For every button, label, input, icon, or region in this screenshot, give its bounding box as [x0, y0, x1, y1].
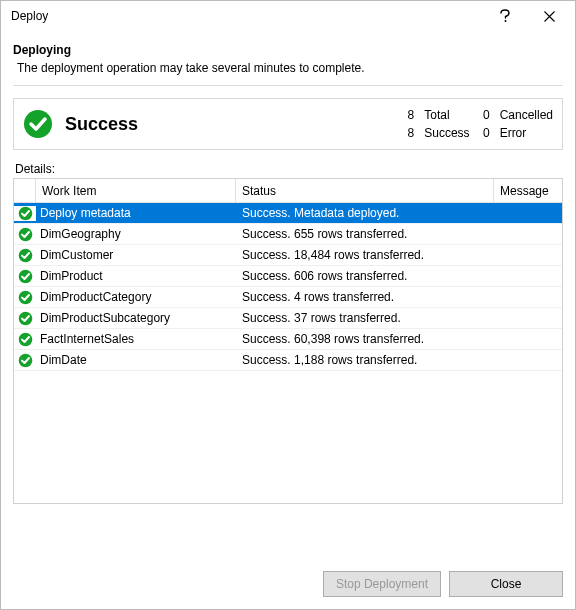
help-icon: [499, 9, 511, 23]
success-icon: [18, 227, 33, 242]
page-heading: Deploying: [13, 43, 563, 57]
button-bar: Stop Deployment Close: [1, 561, 575, 609]
table-row[interactable]: DimCustomerSuccess. 18,484 rows transfer…: [14, 245, 562, 266]
cell-work-item: DimProductCategory: [36, 290, 236, 304]
cell-status: Success. 655 rows transferred.: [236, 227, 494, 241]
content-area: Deploying The deployment operation may t…: [1, 31, 575, 178]
cell-status: Success. Metadata deployed.: [236, 206, 494, 220]
error-label: Error: [500, 126, 553, 140]
success-count: 8: [404, 126, 414, 140]
cell-status: Success. 1,188 rows transferred.: [236, 353, 494, 367]
cell-work-item: Deploy metadata: [36, 206, 236, 220]
col-work-item[interactable]: Work Item: [36, 179, 236, 203]
table-row[interactable]: Deploy metadataSuccess. Metadata deploye…: [14, 203, 562, 224]
table-row[interactable]: DimGeographySuccess. 655 rows transferre…: [14, 224, 562, 245]
row-icon: [14, 353, 36, 368]
col-icon[interactable]: [14, 179, 36, 203]
success-icon: [18, 290, 33, 305]
cell-status: Success. 18,484 rows transferred.: [236, 248, 494, 262]
cell-work-item: DimGeography: [36, 227, 236, 241]
close-window-button[interactable]: [527, 2, 571, 30]
success-icon: [18, 353, 33, 368]
success-label: Success: [424, 126, 469, 140]
cell-status: Success. 4 rows transferred.: [236, 290, 494, 304]
success-icon: [18, 269, 33, 284]
table-body: Deploy metadataSuccess. Metadata deploye…: [14, 203, 562, 503]
cell-work-item: DimProductSubcategory: [36, 311, 236, 325]
stop-deployment-button[interactable]: Stop Deployment: [323, 571, 441, 597]
divider: [13, 85, 563, 86]
cell-status: Success. 606 rows transferred.: [236, 269, 494, 283]
total-count: 8: [404, 108, 414, 122]
row-icon: [14, 311, 36, 326]
cell-work-item: DimCustomer: [36, 248, 236, 262]
cell-work-item: DimDate: [36, 353, 236, 367]
table-row[interactable]: FactInternetSalesSuccess. 60,398 rows tr…: [14, 329, 562, 350]
window-title: Deploy: [11, 9, 483, 23]
success-icon: [18, 248, 33, 263]
row-icon: [14, 206, 36, 221]
success-icon: [23, 109, 53, 139]
row-icon: [14, 227, 36, 242]
details-table: Work Item Status Message Deploy metadata…: [13, 178, 563, 504]
status-banner: Success 8 Total 0 Cancelled 8 Success 0 …: [13, 98, 563, 150]
table-row[interactable]: DimProductSubcategorySuccess. 37 rows tr…: [14, 308, 562, 329]
banner-stats: 8 Total 0 Cancelled 8 Success 0 Error: [404, 108, 553, 140]
svg-point-0: [505, 20, 507, 22]
close-button[interactable]: Close: [449, 571, 563, 597]
table-row[interactable]: DimDateSuccess. 1,188 rows transferred.: [14, 350, 562, 371]
cell-status: Success. 60,398 rows transferred.: [236, 332, 494, 346]
banner-title: Success: [65, 114, 404, 135]
cancelled-label: Cancelled: [500, 108, 553, 122]
titlebar: Deploy: [1, 1, 575, 31]
table-row[interactable]: DimProductCategorySuccess. 4 rows transf…: [14, 287, 562, 308]
col-status[interactable]: Status: [236, 179, 494, 203]
svg-point-1: [24, 110, 52, 138]
row-icon: [14, 332, 36, 347]
success-icon: [18, 206, 33, 221]
details-label: Details:: [15, 162, 563, 176]
table-header: Work Item Status Message: [14, 179, 562, 203]
cell-status: Success. 37 rows transferred.: [236, 311, 494, 325]
total-label: Total: [424, 108, 469, 122]
help-button[interactable]: [483, 2, 527, 30]
success-icon: [18, 311, 33, 326]
cancelled-count: 0: [480, 108, 490, 122]
row-icon: [14, 290, 36, 305]
col-message[interactable]: Message: [494, 179, 562, 203]
close-icon: [544, 11, 555, 22]
cell-work-item: DimProduct: [36, 269, 236, 283]
success-icon: [18, 332, 33, 347]
error-count: 0: [480, 126, 490, 140]
table-row[interactable]: DimProductSuccess. 606 rows transferred.: [14, 266, 562, 287]
page-subtext: The deployment operation may take severa…: [17, 61, 563, 75]
row-icon: [14, 248, 36, 263]
row-icon: [14, 269, 36, 284]
cell-work-item: FactInternetSales: [36, 332, 236, 346]
